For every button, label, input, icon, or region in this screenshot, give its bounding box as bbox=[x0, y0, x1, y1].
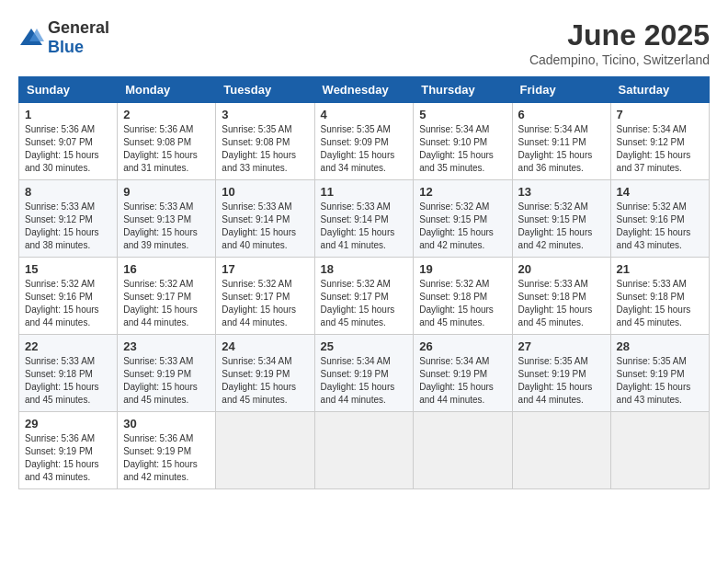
day-info: Sunrise: 5:36 AM Sunset: 9:19 PM Dayligh… bbox=[123, 432, 210, 484]
day-info: Sunrise: 5:32 AM Sunset: 9:15 PM Dayligh… bbox=[518, 201, 605, 252]
day-info: Sunrise: 5:32 AM Sunset: 9:18 PM Dayligh… bbox=[419, 278, 506, 329]
day-info: Sunrise: 5:33 AM Sunset: 9:12 PM Dayligh… bbox=[25, 201, 111, 252]
weekday-header-tuesday: Tuesday bbox=[216, 77, 314, 103]
day-number: 15 bbox=[25, 262, 111, 276]
calendar-cell: 24Sunrise: 5:34 AM Sunset: 9:19 PM Dayli… bbox=[216, 335, 314, 412]
day-number: 30 bbox=[123, 417, 210, 431]
day-number: 12 bbox=[419, 185, 506, 199]
logo-blue: Blue bbox=[48, 38, 84, 56]
title-block: June 2025 Cadempino, Ticino, Switzerland bbox=[529, 18, 710, 67]
day-info: Sunrise: 5:33 AM Sunset: 9:18 PM Dayligh… bbox=[518, 278, 605, 329]
calendar-cell: 18Sunrise: 5:32 AM Sunset: 9:17 PM Dayli… bbox=[314, 258, 414, 335]
day-number: 24 bbox=[222, 339, 308, 353]
day-info: Sunrise: 5:32 AM Sunset: 9:17 PM Dayligh… bbox=[222, 278, 308, 329]
day-number: 20 bbox=[518, 262, 605, 276]
day-info: Sunrise: 5:35 AM Sunset: 9:09 PM Dayligh… bbox=[321, 123, 408, 175]
calendar-cell: 28Sunrise: 5:35 AM Sunset: 9:19 PM Dayli… bbox=[610, 335, 709, 412]
calendar-week-row: 15Sunrise: 5:32 AM Sunset: 9:16 PM Dayli… bbox=[19, 258, 710, 335]
day-info: Sunrise: 5:34 AM Sunset: 9:19 PM Dayligh… bbox=[419, 355, 506, 407]
day-number: 4 bbox=[321, 108, 408, 121]
calendar-cell: 12Sunrise: 5:32 AM Sunset: 9:15 PM Dayli… bbox=[414, 180, 512, 258]
calendar-cell: 2Sunrise: 5:36 AM Sunset: 9:08 PM Daylig… bbox=[118, 103, 216, 180]
day-number: 10 bbox=[222, 185, 308, 199]
calendar-cell: 8Sunrise: 5:33 AM Sunset: 9:12 PM Daylig… bbox=[19, 180, 118, 258]
day-info: Sunrise: 5:32 AM Sunset: 9:16 PM Dayligh… bbox=[25, 278, 111, 329]
calendar-cell bbox=[414, 412, 512, 489]
calendar-table: SundayMondayTuesdayWednesdayThursdayFrid… bbox=[18, 76, 710, 489]
calendar-cell bbox=[216, 412, 314, 489]
day-info: Sunrise: 5:32 AM Sunset: 9:15 PM Dayligh… bbox=[419, 201, 506, 252]
day-info: Sunrise: 5:34 AM Sunset: 9:12 PM Dayligh… bbox=[617, 123, 703, 175]
calendar-title: June 2025 bbox=[529, 18, 710, 52]
calendar-cell: 15Sunrise: 5:32 AM Sunset: 9:16 PM Dayli… bbox=[19, 258, 118, 335]
day-number: 1 bbox=[25, 108, 111, 121]
day-number: 21 bbox=[617, 262, 703, 276]
calendar-cell: 25Sunrise: 5:34 AM Sunset: 9:19 PM Dayli… bbox=[314, 335, 414, 412]
day-number: 7 bbox=[617, 108, 703, 121]
calendar-cell: 27Sunrise: 5:35 AM Sunset: 9:19 PM Dayli… bbox=[512, 335, 610, 412]
logo: General Blue bbox=[18, 18, 109, 57]
day-number: 6 bbox=[518, 108, 605, 121]
weekday-header-row: SundayMondayTuesdayWednesdayThursdayFrid… bbox=[19, 77, 710, 103]
weekday-header-sunday: Sunday bbox=[19, 77, 118, 103]
day-info: Sunrise: 5:33 AM Sunset: 9:18 PM Dayligh… bbox=[25, 355, 111, 407]
day-info: Sunrise: 5:34 AM Sunset: 9:19 PM Dayligh… bbox=[222, 355, 308, 407]
calendar-cell: 26Sunrise: 5:34 AM Sunset: 9:19 PM Dayli… bbox=[414, 335, 512, 412]
calendar-cell: 4Sunrise: 5:35 AM Sunset: 9:09 PM Daylig… bbox=[314, 103, 414, 180]
calendar-cell: 6Sunrise: 5:34 AM Sunset: 9:11 PM Daylig… bbox=[512, 103, 610, 180]
day-info: Sunrise: 5:32 AM Sunset: 9:17 PM Dayligh… bbox=[321, 278, 408, 329]
day-number: 26 bbox=[419, 339, 506, 353]
day-info: Sunrise: 5:33 AM Sunset: 9:19 PM Dayligh… bbox=[123, 355, 210, 407]
weekday-header-saturday: Saturday bbox=[610, 77, 709, 103]
calendar-cell: 14Sunrise: 5:32 AM Sunset: 9:16 PM Dayli… bbox=[610, 180, 709, 258]
logo-general: General bbox=[48, 18, 109, 37]
day-number: 5 bbox=[419, 108, 506, 121]
day-info: Sunrise: 5:35 AM Sunset: 9:19 PM Dayligh… bbox=[617, 355, 703, 407]
calendar-week-row: 29Sunrise: 5:36 AM Sunset: 9:19 PM Dayli… bbox=[19, 412, 710, 489]
day-number: 25 bbox=[321, 339, 408, 353]
calendar-cell: 17Sunrise: 5:32 AM Sunset: 9:17 PM Dayli… bbox=[216, 258, 314, 335]
day-number: 17 bbox=[222, 262, 308, 276]
weekday-header-wednesday: Wednesday bbox=[314, 77, 414, 103]
day-number: 3 bbox=[222, 108, 308, 121]
day-number: 27 bbox=[518, 339, 605, 353]
day-number: 16 bbox=[123, 262, 210, 276]
calendar-cell bbox=[314, 412, 414, 489]
page-header: General Blue June 2025 Cadempino, Ticino… bbox=[18, 18, 710, 67]
day-info: Sunrise: 5:34 AM Sunset: 9:19 PM Dayligh… bbox=[321, 355, 408, 407]
calendar-cell: 11Sunrise: 5:33 AM Sunset: 9:14 PM Dayli… bbox=[314, 180, 414, 258]
day-info: Sunrise: 5:34 AM Sunset: 9:10 PM Dayligh… bbox=[419, 123, 506, 175]
day-info: Sunrise: 5:32 AM Sunset: 9:17 PM Dayligh… bbox=[123, 278, 210, 329]
day-info: Sunrise: 5:33 AM Sunset: 9:18 PM Dayligh… bbox=[617, 278, 703, 329]
day-info: Sunrise: 5:36 AM Sunset: 9:19 PM Dayligh… bbox=[25, 432, 111, 484]
day-number: 2 bbox=[123, 108, 210, 121]
logo-icon bbox=[18, 25, 44, 51]
weekday-header-thursday: Thursday bbox=[414, 77, 512, 103]
day-info: Sunrise: 5:36 AM Sunset: 9:07 PM Dayligh… bbox=[25, 123, 111, 175]
day-number: 14 bbox=[617, 185, 703, 199]
weekday-header-monday: Monday bbox=[118, 77, 216, 103]
calendar-cell: 23Sunrise: 5:33 AM Sunset: 9:19 PM Dayli… bbox=[118, 335, 216, 412]
calendar-cell: 10Sunrise: 5:33 AM Sunset: 9:14 PM Dayli… bbox=[216, 180, 314, 258]
day-number: 18 bbox=[321, 262, 408, 276]
day-number: 13 bbox=[518, 185, 605, 199]
calendar-subtitle: Cadempino, Ticino, Switzerland bbox=[529, 52, 710, 67]
calendar-cell: 20Sunrise: 5:33 AM Sunset: 9:18 PM Dayli… bbox=[512, 258, 610, 335]
day-number: 19 bbox=[419, 262, 506, 276]
day-number: 9 bbox=[123, 185, 210, 199]
calendar-cell: 22Sunrise: 5:33 AM Sunset: 9:18 PM Dayli… bbox=[19, 335, 118, 412]
calendar-cell: 7Sunrise: 5:34 AM Sunset: 9:12 PM Daylig… bbox=[610, 103, 709, 180]
calendar-cell: 1Sunrise: 5:36 AM Sunset: 9:07 PM Daylig… bbox=[19, 103, 118, 180]
day-info: Sunrise: 5:33 AM Sunset: 9:14 PM Dayligh… bbox=[222, 201, 308, 252]
day-number: 22 bbox=[25, 339, 111, 353]
day-info: Sunrise: 5:33 AM Sunset: 9:14 PM Dayligh… bbox=[321, 201, 408, 252]
calendar-week-row: 8Sunrise: 5:33 AM Sunset: 9:12 PM Daylig… bbox=[19, 180, 710, 258]
day-info: Sunrise: 5:34 AM Sunset: 9:11 PM Dayligh… bbox=[518, 123, 605, 175]
day-number: 11 bbox=[321, 185, 408, 199]
calendar-cell: 16Sunrise: 5:32 AM Sunset: 9:17 PM Dayli… bbox=[118, 258, 216, 335]
calendar-cell: 30Sunrise: 5:36 AM Sunset: 9:19 PM Dayli… bbox=[118, 412, 216, 489]
day-number: 29 bbox=[25, 417, 111, 431]
day-info: Sunrise: 5:33 AM Sunset: 9:13 PM Dayligh… bbox=[123, 201, 210, 252]
calendar-cell: 5Sunrise: 5:34 AM Sunset: 9:10 PM Daylig… bbox=[414, 103, 512, 180]
calendar-cell bbox=[610, 412, 709, 489]
